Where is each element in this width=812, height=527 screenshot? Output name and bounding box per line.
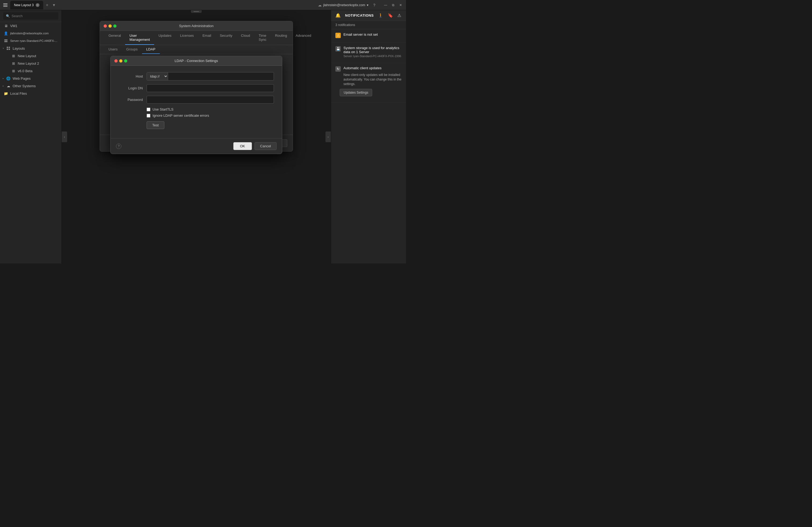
updates-settings-button[interactable]: Updates Settings [340,89,372,96]
notifications-title: NOTIFICATIONS [345,13,374,17]
search-input[interactable] [12,14,56,18]
minimize-button[interactable]: — [382,2,389,8]
warning-icon[interactable]: ⚠ [397,13,401,18]
subtab-ldap[interactable]: LDAP [142,45,160,54]
ldap-checkboxes: Use StartTLS Ignore LDAP server certific… [119,107,274,118]
tab-routing[interactable]: Routing [271,31,291,45]
tab-close-button[interactable]: ✕ [36,3,40,7]
sidebar-item-web-pages[interactable]: ▸ 🌐 Web Pages [0,75,61,82]
svg-rect-5 [9,48,10,50]
chevron-right-icon: ▸ [3,77,4,80]
tab-area: New Layout 3 ✕ + ▾ [10,1,316,10]
sidebar-item-layouts[interactable]: ▾ Layouts [0,45,61,52]
ldap-protocol-select[interactable]: ldap:// ldaps:// [147,73,168,80]
collapse-right-button[interactable]: › [325,132,331,142]
ldap-login-dn-label: Login DN [119,86,143,90]
svg-rect-4 [7,48,8,50]
ldap-starttls-checkbox[interactable] [147,108,150,111]
tab-time-sync[interactable]: Time Sync [254,31,271,45]
menu-button[interactable] [2,2,9,8]
ldap-host-field: Host ldap:// ldaps:// [119,72,274,80]
tab-email[interactable]: Email [198,31,216,45]
ldap-tl-minimize[interactable] [119,59,122,62]
sidebar-item-vm1[interactable]: 🖥 VM1 [0,22,61,30]
sidebar-item-user[interactable]: 👤 jlahnstein@networkoptix.com [0,30,61,37]
tab-licenses[interactable]: Licenses [176,31,198,45]
notif-storage-header: 💾 System storage is used for analytics d… [335,46,402,58]
restore-button[interactable]: ⧉ [390,2,396,8]
top-handle[interactable] [191,10,202,13]
ldap-password-input[interactable] [147,96,274,104]
ldap-host-input-row: ldap:// ldaps:// [147,72,274,80]
ldap-starttls-row: Use StartTLS [147,107,274,111]
search-icon: 🔍 [6,14,10,18]
server-icon: 🖥 [4,24,8,28]
modal-subtabs: Users Groups LDAP [100,45,293,54]
sidebar-item-local-files[interactable]: 📁 Local Files [0,90,61,97]
subtab-groups[interactable]: Groups [122,45,142,54]
sidebar-item-new-layout[interactable]: ⊞ New Layout [8,52,61,60]
layout-icon: ⊞ [11,54,16,58]
ldap-login-dn-field: Login DN [119,84,274,92]
sidebar-item-new-layout-2[interactable]: ⊞ New Layout 2 [8,60,61,67]
ldap-tl-maximize[interactable] [124,59,127,62]
tl-maximize[interactable] [113,25,117,28]
tl-minimize[interactable] [108,25,112,28]
notif-updates-body: New client-only updates will be installe… [335,73,402,86]
ldap-cancel-button[interactable]: Cancel [255,142,277,150]
layout-icon: ⊞ [11,61,16,65]
tl-close[interactable] [104,25,107,28]
tab-cloud[interactable]: Cloud [236,31,254,45]
svg-rect-2 [7,47,8,48]
grid-icon [6,46,11,50]
sidebar-item-label: New Layout [18,54,36,58]
bell-icon: 🔔 [335,13,341,18]
sidebar-item-label: Web Pages [13,76,31,80]
titlebar-right: ☁ jlahnstein@networkoptix.com ▾ ? — ⧉ ✕ [318,2,404,8]
ldap-login-dn-input[interactable] [147,84,274,92]
sidebar-item-label: jlahnstein@networkoptix.com [10,32,48,35]
ldap-tl-close[interactable] [114,59,118,62]
globe-icon: 🌐 [6,76,11,80]
sidebar-item-label: New Layout 2 [18,61,39,65]
tab-security[interactable]: Security [215,31,236,45]
bookmark-icon[interactable]: 🔖 [388,13,393,18]
chevron-right-icon: ▸ [3,85,4,87]
sidebar-item-server[interactable]: Server ryan-Standard-PC-i440FX-... [0,37,61,45]
tab-updates[interactable]: Updates [154,31,176,45]
ldap-ignore-cert-checkbox[interactable] [147,114,150,118]
notification-storage: 💾 System storage is used for analytics d… [331,43,406,63]
close-button[interactable]: ✕ [397,2,404,8]
notif-storage-subtitle: Server ryan-Standard-PC-i440FX-PIIX-1996 [344,55,402,58]
cloud-icon: ☁ [6,84,11,88]
sidebar-item-v6-beta[interactable]: ⊞ v6.0 Beta [8,67,61,75]
person-icon[interactable]: 🚶 [378,13,383,18]
content-area: ‹ › System Administration General User M… [62,10,331,264]
help-button[interactable]: ? [371,2,378,8]
ldap-help-button[interactable]: ? [116,144,121,149]
person2-icon[interactable]: 👤 [405,13,406,18]
ldap-ok-button[interactable]: OK [233,142,252,150]
sidebar-item-label: Local Files [10,91,27,95]
subtab-users[interactable]: Users [104,45,122,54]
ldap-host-input[interactable] [168,73,274,80]
sidebar-search-area: 🔍 [0,10,61,22]
svg-rect-1 [4,41,8,42]
ldap-host-label: Host [119,74,143,78]
search-box[interactable]: 🔍 [3,12,58,19]
tab-user-management[interactable]: User Management [125,31,154,45]
notif-warning-icon: ⚠ [335,33,341,38]
modal-traffic-lights [104,25,117,28]
notif-email-title: Email server is not set [344,32,378,36]
sidebar-item-label: Other Systems [13,84,36,88]
tab-new-layout-3[interactable]: New Layout 3 ✕ [10,1,43,10]
tab-more-button[interactable]: ▾ [51,2,57,8]
user-info[interactable]: ☁ jlahnstein@networkoptix.com ▾ [318,3,368,7]
tab-general[interactable]: General [104,31,125,45]
sidebar-item-other-systems[interactable]: ▸ ☁ Other Systems [0,82,61,90]
collapse-left-button[interactable]: ‹ [62,132,67,142]
sidebar-item-label: Server ryan-Standard-PC-i440FX-... [10,39,57,42]
tab-add-button[interactable]: + [44,2,50,8]
tab-advanced[interactable]: Advanced [291,31,316,45]
ldap-test-button[interactable]: Test [147,121,164,129]
